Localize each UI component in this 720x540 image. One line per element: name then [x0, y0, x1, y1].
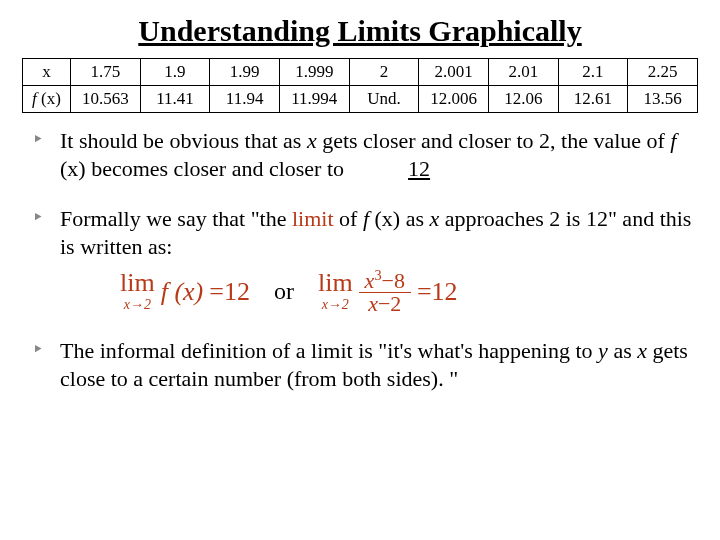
cell: 1.99 — [210, 59, 280, 86]
cell: 2.25 — [628, 59, 698, 86]
cell: 2.001 — [419, 59, 489, 86]
list-item: It should be obvious that as x gets clos… — [32, 127, 692, 183]
table-row: x 1.75 1.9 1.99 1.999 2 2.001 2.01 2.1 2… — [23, 59, 698, 86]
cell: 12.006 — [419, 86, 489, 113]
cell: 2 — [349, 59, 419, 86]
cell: 11.41 — [140, 86, 210, 113]
cell: 11.94 — [210, 86, 280, 113]
cell: 11.994 — [279, 86, 349, 113]
cell: 12.61 — [558, 86, 628, 113]
limit-formula: lim x→2 f (x) =12 or lim x→2 x3−8 x−2 — [120, 268, 692, 315]
cell: 12.06 — [488, 86, 558, 113]
row-label-x: x — [23, 59, 71, 86]
cell: Und. — [349, 86, 419, 113]
page-title: Understanding Limits Graphically — [22, 14, 698, 48]
cell: 2.01 — [488, 59, 558, 86]
bullet-list: It should be obvious that as x gets clos… — [22, 127, 698, 393]
cell: 2.1 — [558, 59, 628, 86]
cell: 1.75 — [71, 59, 141, 86]
cell: 10.563 — [71, 86, 141, 113]
cell: 13.56 — [628, 86, 698, 113]
cell: 1.9 — [140, 59, 210, 86]
list-item: The informal definition of a limit is "i… — [32, 337, 692, 393]
data-table: x 1.75 1.9 1.99 1.999 2 2.001 2.01 2.1 2… — [22, 58, 698, 113]
answer-value: 12 — [408, 156, 430, 181]
list-item: Formally we say that "the limit of f (x)… — [32, 205, 692, 315]
row-label-fx: f (x) — [23, 86, 71, 113]
cell: 1.999 — [279, 59, 349, 86]
table-row: f (x) 10.563 11.41 11.94 11.994 Und. 12.… — [23, 86, 698, 113]
